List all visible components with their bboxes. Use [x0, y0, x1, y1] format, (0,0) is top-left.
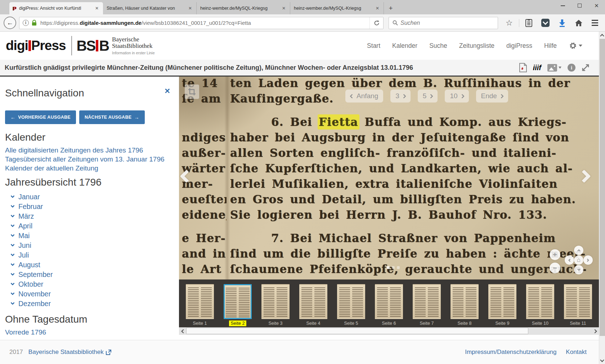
browser-tab[interactable]: Straßen, Häuser und Kataster von ✕	[103, 2, 197, 14]
month-item[interactable]: November	[5, 289, 179, 299]
nav-item[interactable]: digiPress	[506, 42, 532, 50]
menu-hamburger-icon[interactable]	[592, 20, 598, 26]
page-jump-button[interactable]: 5	[418, 90, 438, 103]
kalender-link[interactable]: Kalender der aktuellen Zeitung	[5, 164, 179, 173]
search-box[interactable]	[389, 17, 498, 29]
home-icon[interactable]	[575, 19, 583, 27]
thumbnail[interactable]: Seite 4	[299, 284, 328, 327]
month-item[interactable]: September	[5, 270, 179, 279]
vertical-scrollbar[interactable]	[599, 32, 605, 364]
browser-tab[interactable]: heinz-wember.de/MySQL-Kriegsg ✕	[197, 2, 290, 14]
page-jump-button[interactable]: 10	[445, 90, 469, 103]
thumbnail[interactable]: Seite 11	[564, 284, 592, 327]
month-item[interactable]: Mai	[5, 231, 179, 241]
settings-menu[interactable]	[569, 42, 599, 50]
scroll-right-arrow-icon[interactable]	[592, 327, 598, 335]
pan-right-button[interactable]	[583, 255, 593, 265]
url-bar[interactable]: https://digipress.digitale-sammlungen.de…	[19, 17, 384, 29]
browser-tab[interactable]: P digiPress: Ansicht von Kurfürstl ✕	[9, 2, 103, 14]
image-options-button[interactable]	[547, 64, 561, 72]
month-item[interactable]: April	[5, 221, 179, 231]
thumbnail-image[interactable]	[375, 284, 403, 319]
thumbnail[interactable]: Seite 1	[185, 284, 214, 327]
nav-item[interactable]: Start	[367, 42, 380, 50]
newspaper-viewer[interactable]: te 14 ten Laden gegen über dem B. Ruſſin…	[179, 77, 599, 279]
browser-tab[interactable]: heinz-wember.de/MySQL-Kriegsg ✕	[290, 2, 384, 14]
scroll-left-arrow-icon[interactable]	[180, 327, 185, 335]
carousel-dots[interactable]	[387, 266, 400, 269]
thumbnail-image[interactable]	[299, 284, 327, 319]
downloads-icon[interactable]	[559, 19, 566, 27]
tab-close-icon[interactable]: ✕	[281, 5, 287, 12]
thumbnail-image[interactable]	[488, 284, 516, 319]
thumbnail[interactable]: Seite 3	[261, 284, 290, 327]
nav-item[interactable]: Zeitungsliste	[459, 42, 494, 50]
thumbnail-image[interactable]	[526, 284, 554, 319]
thumbnail-image[interactable]	[413, 284, 441, 319]
month-item[interactable]: März	[5, 211, 179, 221]
zoom-out-button[interactable]: −	[550, 263, 560, 273]
bookmarks-list-icon[interactable]	[525, 19, 532, 27]
kontakt-link[interactable]: Kontakt	[566, 349, 587, 356]
month-item[interactable]: Februar	[5, 202, 179, 211]
thumbnail[interactable]: Seite 6	[375, 284, 403, 327]
pdf-download-icon[interactable]	[519, 63, 527, 72]
kalender-link[interactable]: Tagesübersicht aller Zeitungen vom 13. J…	[5, 155, 179, 164]
page-jump-button[interactable]: 3	[390, 90, 411, 103]
reset-view-button[interactable]	[574, 255, 583, 265]
pocket-icon[interactable]	[541, 19, 550, 27]
new-tab-button[interactable]: +	[385, 2, 396, 14]
vertical-scrollbar-thumb[interactable]	[600, 39, 605, 336]
kalender-link[interactable]: Alle digitalisierten Zeitungen des Jahre…	[5, 146, 179, 155]
url-text[interactable]: https://digipress.digitale-sammlungen.de…	[40, 20, 369, 26]
month-item[interactable]: Juni	[5, 241, 179, 250]
month-item[interactable]: Dezember	[5, 299, 179, 309]
previous-page-arrow[interactable]	[180, 167, 194, 188]
nav-item[interactable]: Kalender	[392, 42, 417, 50]
thumbnail-image[interactable]	[337, 284, 365, 319]
thumbnail-image[interactable]	[451, 284, 479, 319]
month-item[interactable]: Juli	[5, 250, 179, 260]
page-info-icon[interactable]	[23, 20, 29, 26]
thumbnail[interactable]: Seite 7	[412, 284, 441, 327]
reload-button[interactable]	[369, 17, 383, 29]
month-item[interactable]: Januar	[5, 192, 179, 202]
window-minimize-button[interactable]	[554, 0, 571, 11]
month-item[interactable]: August	[5, 260, 179, 270]
thumbnail[interactable]: Seite 2	[223, 284, 252, 327]
back-button[interactable]	[4, 17, 16, 29]
next-issue-button[interactable]: NÄCHSTE AUSGABE	[79, 110, 145, 124]
thumbnail[interactable]: Seite 9	[488, 284, 517, 327]
crop-tool-button[interactable]	[185, 85, 199, 99]
iiif-icon[interactable]: iiif	[533, 64, 541, 72]
pan-down-button[interactable]	[574, 265, 583, 274]
browser-search-input[interactable]	[400, 20, 498, 26]
page-jump-button[interactable]: Ende	[476, 90, 508, 103]
bsb-logo[interactable]: BSB Bayerische StaatsBibliothek Informat…	[77, 36, 155, 55]
digipress-logo[interactable]: digiPress BSB Bayerische StaatsBibliothe…	[6, 36, 155, 55]
window-close-button[interactable]	[588, 0, 605, 11]
bookmark-star-icon[interactable]	[506, 18, 513, 28]
info-icon[interactable]	[568, 64, 575, 72]
thumbnail-image[interactable]	[261, 284, 290, 319]
nav-item[interactable]: Suche	[429, 42, 447, 50]
page-jump-button[interactable]: Anfang	[345, 90, 383, 103]
scroll-up-arrow-icon[interactable]	[599, 32, 605, 38]
zoom-in-button[interactable]: +	[550, 249, 560, 260]
thumbnail[interactable]: Seite 5	[337, 284, 366, 327]
library-link[interactable]: Bayerische Staatsbibliothek	[28, 349, 111, 356]
impressum-link[interactable]: Impressum/Datenschutzerklärung	[465, 349, 556, 356]
tab-close-icon[interactable]: ✕	[374, 5, 381, 12]
thumbnail-image[interactable]	[564, 284, 592, 319]
pan-up-button[interactable]	[574, 246, 583, 255]
thumbnail-image[interactable]	[186, 284, 214, 319]
horizontal-scrollbar-thumb[interactable]	[186, 328, 528, 334]
previous-issue-button[interactable]: VORHERIGE AUSGABE	[5, 110, 76, 124]
panel-close-icon[interactable]	[164, 87, 170, 95]
month-item[interactable]: Oktober	[5, 279, 179, 289]
nav-item[interactable]: Hilfe	[544, 42, 557, 50]
pan-left-button[interactable]	[565, 255, 574, 265]
thumbnail[interactable]: Seite 8	[450, 284, 479, 327]
vorrede-link[interactable]: Vorrede 1796	[5, 328, 179, 336]
fullscreen-icon[interactable]	[582, 64, 590, 72]
